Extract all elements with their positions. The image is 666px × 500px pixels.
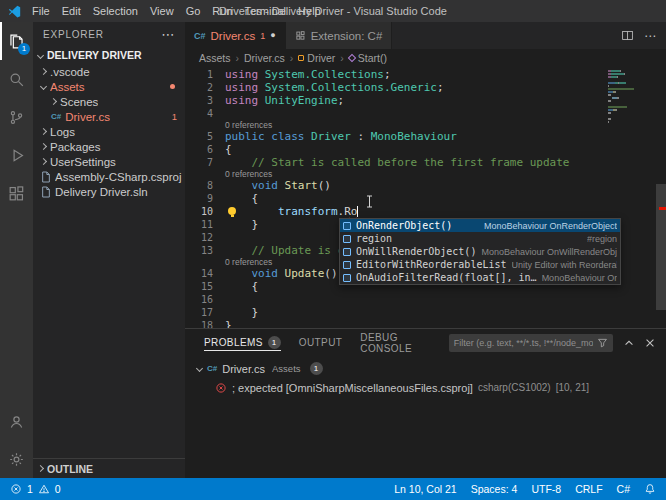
codelens-references[interactable]: 0 references	[225, 169, 272, 179]
tree-item-logs[interactable]: Logs	[33, 124, 185, 139]
menu-selection[interactable]: Selection	[87, 0, 144, 22]
error-icon	[215, 382, 227, 394]
code-line[interactable]: 17 }	[185, 306, 666, 319]
panel-tab-problems[interactable]: PROBLEMS1	[195, 329, 290, 356]
suggestion-label: OnAudioFilterRead(float[], in…	[356, 272, 537, 283]
code-line[interactable]: 5public class Driver : MonoBehaviour	[185, 130, 666, 143]
code-line[interactable]: 4	[185, 107, 666, 120]
panel-close-icon[interactable]	[644, 337, 656, 349]
problems-file-group[interactable]: C# Driver.cs Assets 1	[185, 359, 666, 378]
status-indentation[interactable]: Spaces: 4	[471, 483, 518, 495]
code-line[interactable]: 2using System.Collections.Generic;	[185, 81, 666, 94]
breadcrumb-item[interactable]: Driver.cs	[244, 52, 285, 64]
lightbulb-icon[interactable]	[228, 207, 236, 215]
status-encoding[interactable]: UTF-8	[531, 483, 561, 495]
tree-item-label: Assembly-CSharp.csproj	[55, 171, 182, 183]
panel-tab-output[interactable]: OUTPUT	[290, 329, 352, 356]
activity-source-control[interactable]	[0, 98, 33, 136]
code-line[interactable]: 6{	[185, 143, 666, 156]
suggestion-item[interactable]: region#region	[340, 232, 620, 245]
problems-filter-input[interactable]	[454, 338, 593, 348]
tab-driver-cs[interactable]: C# Driver.cs 1 ●	[185, 22, 286, 49]
suggestion-item[interactable]: EditorWithReorderableListUnity Editor wi…	[340, 258, 620, 271]
line-number[interactable]: 5	[185, 130, 225, 143]
tree-item--vscode[interactable]: .vscode	[33, 64, 185, 79]
code-line[interactable]: 16	[185, 293, 666, 306]
tree-item-scenes[interactable]: Scenes	[33, 94, 185, 109]
activity-extensions[interactable]	[0, 174, 33, 212]
activity-settings[interactable]	[0, 440, 33, 478]
tree-item-assembly-csharp-csproj[interactable]: Assembly-CSharp.csproj	[33, 169, 185, 184]
line-number[interactable]: 3	[185, 94, 225, 107]
code-line[interactable]: 18}	[185, 319, 666, 328]
tree-item-driver-cs[interactable]: C#Driver.cs1	[33, 109, 185, 124]
problems-indicator[interactable]: 1 0	[10, 483, 61, 495]
line-number[interactable]: 13	[185, 244, 225, 257]
breadcrumb-item[interactable]: Assets	[199, 52, 231, 64]
code-line[interactable]: 1using System.Collections;	[185, 68, 666, 81]
line-number[interactable]: 1	[185, 68, 225, 81]
overview-ruler-error-mark	[659, 207, 666, 210]
menu-go[interactable]: Go	[180, 0, 207, 22]
tree-item-packages[interactable]: Packages	[33, 139, 185, 154]
workspace-section-header[interactable]: DELIVERY DRIVER	[33, 46, 185, 64]
editor-scrollbar[interactable]	[656, 184, 666, 310]
notifications-bell-icon[interactable]	[644, 483, 656, 495]
problem-item[interactable]: ; expected [OmniSharpMiscellaneousFiles.…	[185, 378, 666, 397]
line-number[interactable]: 15	[185, 280, 225, 293]
editor-more-actions-icon[interactable]: ⋯	[644, 30, 656, 42]
line-number[interactable]: 4	[185, 107, 225, 120]
menu-view[interactable]: View	[144, 0, 180, 22]
code-line[interactable]: 7 // Start is called before the first fr…	[185, 156, 666, 169]
menu-file[interactable]: File	[26, 0, 56, 22]
menu-edit[interactable]: Edit	[56, 0, 87, 22]
activity-search[interactable]	[0, 60, 33, 98]
line-number[interactable]: 18	[185, 319, 225, 328]
breadcrumb-item[interactable]: Start()	[349, 52, 387, 64]
status-language[interactable]: C#	[617, 483, 630, 495]
activity-run-debug[interactable]	[0, 136, 33, 174]
code-line[interactable]: 3using UnityEngine;	[185, 94, 666, 107]
more-actions-icon[interactable]: ⋯	[161, 27, 175, 42]
code-line[interactable]: 10 transform.Ro	[185, 205, 666, 218]
minimap[interactable]	[608, 70, 652, 124]
tab-extension-csharp[interactable]: Extension: C#	[286, 22, 393, 49]
line-number[interactable]: 9	[185, 192, 225, 205]
editor-pane[interactable]: 1using System.Collections;2using System.…	[185, 66, 666, 328]
problems-file-badge: 1	[310, 362, 323, 375]
text-caret	[357, 206, 358, 217]
line-number[interactable]: 14	[185, 267, 225, 280]
suggestion-item[interactable]: OnRenderObject()MonoBehaviour OnRenderOb…	[340, 219, 620, 232]
tree-item-usersettings[interactable]: UserSettings	[33, 154, 185, 169]
line-number[interactable]: 2	[185, 81, 225, 94]
status-eol[interactable]: CRLF	[575, 483, 602, 495]
panel-maximize-icon[interactable]	[623, 337, 635, 349]
codelens-references[interactable]: 0 references	[225, 257, 272, 267]
split-editor-icon[interactable]	[621, 29, 634, 42]
breadcrumb-item[interactable]: Driver	[298, 52, 335, 64]
codelens-references[interactable]: 0 references	[225, 120, 272, 130]
line-number[interactable]: 11	[185, 218, 225, 231]
activity-explorer[interactable]: 1	[0, 22, 33, 60]
line-number[interactable]: 7	[185, 156, 225, 169]
line-number[interactable]: 17	[185, 306, 225, 319]
line-number[interactable]: 10	[185, 205, 225, 218]
suggestion-item[interactable]: OnWillRenderObject()MonoBehaviour OnWill…	[340, 245, 620, 258]
panel-tab-debug-console[interactable]: DEBUG CONSOLE	[351, 329, 449, 356]
suggestion-item[interactable]: OnAudioFilterRead(float[], in…MonoBehavi…	[340, 271, 620, 284]
line-number[interactable]: 12	[185, 231, 225, 244]
modified-dot-icon[interactable]: ●	[270, 31, 275, 40]
tree-item-delivery-driver-sln[interactable]: Delivery Driver.sln	[33, 184, 185, 199]
code-line[interactable]: 9 {	[185, 192, 666, 205]
line-number[interactable]: 6	[185, 143, 225, 156]
run-debug-icon	[7, 146, 26, 165]
outline-section[interactable]: OUTLINE	[33, 458, 185, 478]
token: void	[225, 179, 285, 192]
tree-item-assets[interactable]: Assets	[33, 79, 185, 94]
token: Ro	[344, 205, 357, 218]
status-cursor-position[interactable]: Ln 10, Col 21	[394, 483, 456, 495]
code-line[interactable]: 8 void Start()	[185, 179, 666, 192]
line-number[interactable]: 8	[185, 179, 225, 192]
line-number[interactable]: 16	[185, 293, 225, 306]
activity-account[interactable]	[0, 402, 33, 440]
